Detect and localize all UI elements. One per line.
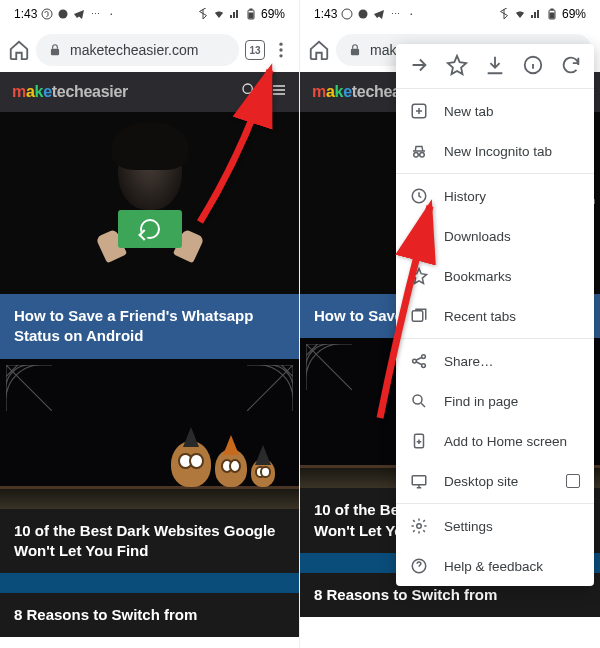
article-darkweb[interactable]: 10 of the Best Dark Websites Google Won'… [0,359,299,574]
menu-downloads[interactable]: Downloads [396,216,594,256]
status-bar: 1:43 ⋯ • 69% [300,0,600,28]
battery-icon [546,8,558,20]
home-icon[interactable] [8,39,30,61]
lock-icon [48,43,62,57]
bluetooth-icon [498,8,510,20]
signal-icon [229,8,241,20]
site-header: maketecheasier [0,72,299,112]
svg-point-19 [420,153,425,158]
menu-desktop-site[interactable]: Desktop site [396,461,594,501]
whatsapp-status-icon [341,8,353,20]
svg-rect-3 [250,9,252,10]
menu-history[interactable]: History [396,176,594,216]
recent-tabs-icon [410,307,428,325]
menu-find-in-page[interactable]: Find in page [396,381,594,421]
menu-label: Settings [444,519,493,534]
desktop-icon [410,472,428,490]
telegram-status-icon [373,8,385,20]
article-whatsapp[interactable]: How to Save a Friend's Whatsapp Status o… [0,112,299,359]
svg-point-28 [417,524,422,529]
dot-status-icon: • [405,8,417,20]
svg-rect-15 [351,49,359,55]
lock-icon [348,43,362,57]
svg-point-10 [342,9,352,19]
whatsapp-status-icon [41,8,53,20]
site-logo[interactable]: maketecheasier [12,83,128,101]
menu-new-tab[interactable]: New tab [396,91,594,131]
find-icon [410,392,428,410]
status-time: 1:43 [314,7,337,21]
battery-percent: 69% [261,7,285,21]
menu-label: Downloads [444,229,511,244]
article-image [0,112,299,294]
article-title: 8 Reasons to Switch from [0,593,299,637]
telegram-status-icon [73,8,85,20]
desktop-site-checkbox[interactable] [566,474,580,488]
help-icon [410,557,428,575]
menu-hamburger-icon[interactable] [271,82,287,102]
refresh-icon[interactable] [560,54,582,76]
svg-rect-21 [412,311,423,322]
menu-label: Help & feedback [444,559,543,574]
menu-share[interactable]: Share… [396,341,594,381]
menu-divider [396,338,594,339]
menu-bookmarks[interactable]: Bookmarks [396,256,594,296]
menu-label: Desktop site [444,474,518,489]
home-icon[interactable] [308,39,330,61]
star-icon[interactable] [446,54,468,76]
menu-add-home[interactable]: Add to Home screen [396,421,594,461]
url-bar[interactable]: maketecheasier.com [36,34,239,66]
menu-label: New Incognito tab [444,144,552,159]
article-title: 10 of the Best Dark Websites Google Won'… [0,509,299,574]
menu-label: Add to Home screen [444,434,567,449]
phone-right: 1:43 ⋯ • 69% maket [300,0,600,648]
messenger-status-icon [357,8,369,20]
tab-count[interactable]: 13 [245,40,265,60]
menu-label: History [444,189,486,204]
svg-rect-27 [412,476,426,485]
status-time: 1:43 [14,7,37,21]
url-text: maketecheasier.com [70,42,198,58]
menu-label: Find in page [444,394,518,409]
svg-point-25 [413,395,422,404]
svg-rect-14 [550,13,554,18]
wifi-icon [213,8,225,20]
address-bar: maketecheasier.com 13 [0,28,299,72]
search-icon[interactable] [241,82,257,102]
add-home-icon [410,432,428,450]
menu-incognito[interactable]: New Incognito tab [396,131,594,171]
forward-icon[interactable] [408,54,430,76]
battery-percent: 69% [562,7,586,21]
battery-icon [245,8,257,20]
menu-divider [396,503,594,504]
menu-icon-row [396,44,594,86]
svg-rect-13 [551,9,553,10]
menu-divider [396,88,594,89]
article-image [0,573,299,593]
svg-rect-4 [249,13,253,18]
svg-point-7 [279,48,282,51]
signal-icon [530,8,542,20]
article-switch[interactable]: 8 Reasons to Switch from [0,573,299,637]
wifi-icon [514,8,526,20]
menu-label: Recent tabs [444,309,516,324]
svg-point-6 [279,43,282,46]
svg-point-8 [279,54,282,57]
svg-rect-5 [51,49,59,55]
dot-status-icon: • [105,8,117,20]
incognito-icon [410,142,428,160]
svg-point-18 [414,153,419,158]
more-status-icon: ⋯ [389,8,401,20]
more-menu-icon[interactable] [271,40,291,60]
menu-recent-tabs[interactable]: Recent tabs [396,296,594,336]
menu-settings[interactable]: Settings [396,506,594,546]
menu-help[interactable]: Help & feedback [396,546,594,586]
share-icon [410,352,428,370]
info-icon[interactable] [522,54,544,76]
menu-label: Share… [444,354,494,369]
chrome-menu: New tab New Incognito tab History Downlo… [396,44,594,586]
download-icon[interactable] [484,54,506,76]
svg-point-0 [42,9,52,19]
svg-point-1 [59,10,68,19]
article-title: How to Save a Friend's Whatsapp Status o… [0,294,299,359]
